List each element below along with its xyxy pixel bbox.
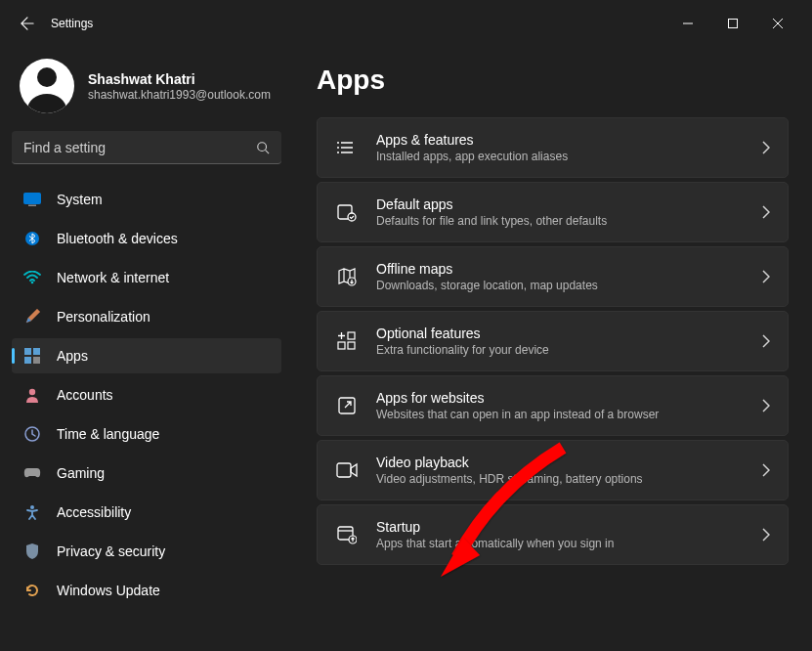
card-video-playback[interactable]: Video playback Video adjustments, HDR st… xyxy=(317,440,789,500)
card-offline-maps[interactable]: Offline maps Downloads, storage location… xyxy=(317,246,789,307)
card-optional-features[interactable]: Optional features Extra functionality fo… xyxy=(317,311,789,371)
shield-icon xyxy=(23,542,41,560)
profile-email: shashwat.khatri1993@outlook.com xyxy=(88,88,271,102)
window-controls xyxy=(665,8,800,39)
chevron-right-icon xyxy=(762,528,770,542)
sidebar-item-personalization[interactable]: Personalization xyxy=(12,299,281,334)
sidebar-item-accessibility[interactable]: Accessibility xyxy=(12,495,281,530)
back-button[interactable] xyxy=(12,8,43,39)
chevron-right-icon xyxy=(762,270,770,283)
minimize-button[interactable] xyxy=(665,8,710,39)
card-subtitle: Video adjustments, HDR streaming, batter… xyxy=(376,472,745,486)
svg-point-5 xyxy=(31,282,34,284)
card-default-apps[interactable]: Default apps Defaults for file and link … xyxy=(317,182,789,242)
card-title: Apps & features xyxy=(376,132,745,148)
paintbrush-icon xyxy=(23,308,41,326)
profile-block[interactable]: Shashwat Khatri shashwat.khatri1993@outl… xyxy=(12,47,281,131)
accessibility-icon xyxy=(23,503,41,521)
apps-icon xyxy=(23,347,41,365)
chevron-right-icon xyxy=(762,399,770,412)
search-input[interactable] xyxy=(23,140,256,155)
default-apps-icon xyxy=(335,200,359,224)
chevron-right-icon xyxy=(762,141,770,154)
sidebar-item-network[interactable]: Network & internet xyxy=(12,260,281,295)
map-icon xyxy=(335,265,359,288)
svg-rect-23 xyxy=(337,463,351,477)
sidebar-item-label: Windows Update xyxy=(57,583,160,598)
display-icon xyxy=(23,191,41,208)
sidebar-item-label: Bluetooth & devices xyxy=(57,231,178,246)
content-area: Apps Apps & features Installed apps, app… xyxy=(293,47,812,651)
card-subtitle: Apps that start automatically when you s… xyxy=(376,537,745,550)
card-title: Apps for websites xyxy=(376,390,745,406)
sidebar-item-bluetooth[interactable]: Bluetooth & devices xyxy=(12,221,281,256)
sidebar: Shashwat Khatri shashwat.khatri1993@outl… xyxy=(0,47,293,651)
nav-list: System Bluetooth & devices Network & int… xyxy=(12,182,281,608)
card-subtitle: Defaults for file and link types, other … xyxy=(376,214,745,228)
card-title: Video playback xyxy=(376,455,745,470)
sidebar-item-label: Privacy & security xyxy=(57,543,165,559)
chevron-right-icon xyxy=(762,463,770,477)
sidebar-item-system[interactable]: System xyxy=(12,182,281,217)
sidebar-item-label: Gaming xyxy=(57,465,105,481)
svg-rect-19 xyxy=(348,332,355,339)
card-title: Startup xyxy=(376,519,745,535)
card-title: Optional features xyxy=(376,326,745,341)
maximize-icon xyxy=(728,19,738,28)
card-subtitle: Installed apps, app execution aliases xyxy=(376,150,745,163)
svg-rect-3 xyxy=(28,205,36,207)
sidebar-item-privacy[interactable]: Privacy & security xyxy=(12,534,281,569)
sidebar-item-apps[interactable]: Apps xyxy=(12,338,281,373)
sidebar-item-label: Network & internet xyxy=(57,270,169,285)
minimize-icon xyxy=(683,19,693,28)
card-subtitle: Websites that can open in an app instead… xyxy=(376,408,745,421)
svg-rect-6 xyxy=(24,348,31,355)
sidebar-item-gaming[interactable]: Gaming xyxy=(12,456,281,491)
back-arrow-icon xyxy=(21,17,34,30)
svg-point-14 xyxy=(337,147,339,149)
startup-icon xyxy=(335,523,359,546)
close-icon xyxy=(773,19,783,28)
person-icon xyxy=(23,386,41,404)
bluetooth-icon xyxy=(23,230,41,247)
card-title: Default apps xyxy=(376,196,745,212)
card-subtitle: Extra functionality for your device xyxy=(376,343,745,357)
svg-rect-8 xyxy=(24,357,31,364)
update-icon xyxy=(23,582,41,599)
sidebar-item-accounts[interactable]: Accounts xyxy=(12,377,281,412)
search-icon xyxy=(256,141,270,154)
svg-point-13 xyxy=(337,142,339,144)
list-icon xyxy=(335,136,359,159)
sidebar-item-label: Time & language xyxy=(57,426,159,442)
search-box[interactable] xyxy=(12,131,281,164)
sidebar-item-label: Apps xyxy=(57,348,88,364)
clock-icon xyxy=(23,425,41,443)
close-button[interactable] xyxy=(755,8,800,39)
sidebar-item-windows-update[interactable]: Windows Update xyxy=(12,573,281,608)
gamepad-icon xyxy=(23,464,41,482)
maximize-button[interactable] xyxy=(710,8,755,39)
card-subtitle: Downloads, storage location, map updates xyxy=(376,279,745,292)
sidebar-item-label: Accessibility xyxy=(57,504,131,520)
svg-point-1 xyxy=(258,142,267,151)
card-apps-websites[interactable]: Apps for websites Websites that can open… xyxy=(317,375,789,436)
page-title: Apps xyxy=(317,65,789,96)
titlebar: Settings xyxy=(0,0,812,47)
card-apps-features[interactable]: Apps & features Installed apps, app exec… xyxy=(317,117,789,178)
profile-name: Shashwat Khatri xyxy=(88,71,271,87)
svg-point-15 xyxy=(337,152,339,153)
chevron-right-icon xyxy=(762,334,770,348)
sidebar-item-label: Personalization xyxy=(57,309,150,325)
card-title: Offline maps xyxy=(376,261,745,277)
chevron-right-icon xyxy=(762,205,770,219)
wifi-icon xyxy=(23,269,41,286)
sidebar-item-time-language[interactable]: Time & language xyxy=(12,416,281,452)
sidebar-item-label: Accounts xyxy=(57,387,113,403)
svg-rect-9 xyxy=(33,357,40,364)
svg-rect-2 xyxy=(24,194,41,204)
svg-rect-20 xyxy=(338,342,345,349)
avatar xyxy=(20,59,74,113)
video-icon xyxy=(335,458,359,482)
card-startup[interactable]: Startup Apps that start automatically wh… xyxy=(317,504,789,565)
plus-grid-icon xyxy=(335,329,359,353)
